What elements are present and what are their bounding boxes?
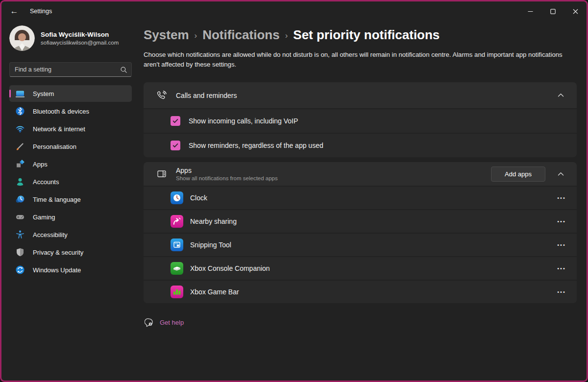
- settings-window: ← Settings: [0, 0, 588, 382]
- breadcrumb-separator: ›: [285, 29, 288, 41]
- clock-more-options-button[interactable]: •••: [553, 191, 570, 205]
- close-icon: [573, 9, 578, 14]
- search-box[interactable]: [9, 62, 132, 77]
- sidebar: Sofia Wyciślik-Wilson sofiawycislikwilso…: [1, 21, 139, 381]
- sidebar-item-bluetooth-devices[interactable]: Bluetooth & devices: [9, 103, 132, 119]
- window-title: Settings: [30, 8, 52, 15]
- snipping-tool-app-icon: [171, 239, 183, 251]
- maximize-icon: [550, 9, 556, 14]
- account-profile[interactable]: Sofia Wyciślik-Wilson sofiawycislikwilso…: [9, 25, 132, 51]
- apps-subtitle: Show all notifications from selected app…: [176, 175, 278, 181]
- apps-card: Apps Show all notifications from selecte…: [144, 162, 577, 303]
- sidebar-item-label: Privacy & security: [33, 249, 83, 256]
- sidebar-item-apps[interactable]: Apps: [9, 156, 132, 172]
- app-row-xbox-console-companion: Xbox Console Companion •••: [144, 257, 577, 280]
- nearby-sharing-more-options-button[interactable]: •••: [553, 215, 570, 228]
- sidebar-item-windows-update[interactable]: Windows Update: [9, 262, 132, 278]
- app-name: Snipping Tool: [190, 241, 231, 249]
- sidebar-item-label: Apps: [33, 161, 48, 168]
- reminders-row[interactable]: Show reminders, regardless of the app us…: [144, 134, 577, 157]
- window-controls: [519, 1, 587, 21]
- calls-reminders-card: Calls and reminders: [144, 82, 577, 157]
- person-icon: [15, 177, 25, 187]
- xbox-game-bar-app-icon: [171, 286, 183, 298]
- chevron-up-icon: [558, 172, 564, 176]
- reminders-label: Show reminders, regardless of the app us…: [189, 142, 323, 149]
- update-icon: [15, 265, 25, 275]
- page-description: Choose which notifications are allowed w…: [144, 50, 577, 69]
- gamepad-icon: [15, 212, 25, 222]
- search-icon[interactable]: [120, 66, 127, 73]
- app-row-clock: Clock •••: [144, 187, 577, 209]
- incoming-calls-label: Show incoming calls, including VoIP: [189, 117, 298, 125]
- breadcrumb: System › Notifications › Set priority no…: [144, 27, 577, 43]
- sidebar-item-gaming[interactable]: Gaming: [9, 209, 132, 225]
- minimize-button[interactable]: [519, 1, 541, 21]
- xbox-console-more-options-button[interactable]: •••: [553, 262, 570, 275]
- breadcrumb-notifications[interactable]: Notifications: [202, 27, 279, 43]
- minimize-icon: [528, 9, 533, 14]
- app-row-snipping-tool: Snipping Tool •••: [144, 234, 577, 256]
- sidebar-item-label: Gaming: [33, 214, 55, 221]
- app-name: Xbox Game Bar: [190, 288, 239, 296]
- help-bubble-icon: ?: [145, 318, 154, 327]
- checkmark-icon: [172, 119, 178, 123]
- back-button[interactable]: ←: [4, 3, 24, 20]
- sidebar-item-label: System: [33, 90, 54, 97]
- phone-ringing-icon: [156, 90, 167, 101]
- back-arrow-icon: ←: [10, 6, 19, 16]
- add-apps-button[interactable]: Add apps: [491, 167, 545, 182]
- sidebar-item-system[interactable]: System: [9, 85, 132, 102]
- sidebar-item-label: Network & internet: [33, 125, 85, 133]
- sidebar-item-accounts[interactable]: Accounts: [9, 173, 132, 190]
- sidebar-item-accessibility[interactable]: Accessibility: [9, 226, 132, 243]
- maximize-button[interactable]: [541, 1, 564, 21]
- sidebar-item-time-language[interactable]: Time & language: [9, 191, 132, 208]
- get-help-row: ? Get help: [145, 318, 577, 327]
- apps-collapse-button[interactable]: [553, 167, 568, 181]
- apps-title: Apps: [176, 167, 278, 174]
- search-input[interactable]: [15, 66, 120, 73]
- sidebar-item-label: Windows Update: [33, 266, 81, 274]
- profile-name: Sofia Wyciślik-Wilson: [41, 31, 119, 38]
- snipping-tool-more-options-button[interactable]: •••: [553, 238, 570, 252]
- breadcrumb-separator: ›: [195, 29, 197, 41]
- get-help-link[interactable]: Get help: [160, 319, 184, 326]
- app-name: Xbox Console Companion: [190, 264, 270, 272]
- app-name: Nearby sharing: [190, 217, 237, 225]
- sidebar-item-label: Time & language: [33, 196, 81, 203]
- sidebar-item-network-internet[interactable]: Network & internet: [9, 120, 132, 137]
- close-button[interactable]: [564, 1, 587, 21]
- calls-collapse-button[interactable]: [553, 88, 568, 103]
- nearby-sharing-app-icon: [171, 215, 183, 228]
- app-name: Clock: [190, 194, 207, 202]
- paintbrush-icon: [15, 142, 25, 151]
- profile-email: sofiawycislikwilson@gmail.com: [41, 40, 119, 46]
- checkmark-icon: [172, 143, 178, 148]
- app-row-xbox-game-bar: Xbox Game Bar •••: [144, 281, 577, 303]
- avatar: [9, 25, 35, 51]
- svg-text:?: ?: [149, 323, 151, 326]
- clock-app-icon: [171, 191, 183, 204]
- breadcrumb-system[interactable]: System: [144, 27, 189, 43]
- calls-reminders-title: Calls and reminders: [176, 92, 237, 99]
- accessibility-icon: [15, 230, 25, 239]
- sidebar-item-privacy-security[interactable]: Privacy & security: [9, 244, 132, 261]
- xbox-game-bar-more-options-button[interactable]: •••: [553, 285, 570, 299]
- page-title: Set priority notifications: [293, 27, 440, 43]
- apps-icon: [15, 159, 25, 169]
- wifi-icon: [15, 124, 25, 134]
- sidebar-item-personalisation[interactable]: Personalisation: [9, 138, 132, 155]
- clock-globe-icon: [15, 194, 25, 204]
- incoming-calls-checkbox[interactable]: [171, 116, 180, 126]
- xbox-console-app-icon: [171, 262, 183, 275]
- incoming-calls-row[interactable]: Show incoming calls, including VoIP: [144, 109, 577, 133]
- app-row-nearby-sharing: Nearby sharing •••: [144, 210, 577, 233]
- titlebar: ← Settings: [1, 1, 587, 21]
- apps-header[interactable]: Apps Show all notifications from selecte…: [144, 162, 577, 186]
- reminders-checkbox[interactable]: [171, 141, 180, 150]
- calls-reminders-header[interactable]: Calls and reminders: [144, 82, 577, 108]
- sidebar-item-label: Accounts: [33, 178, 59, 186]
- sidebar-item-label: Personalisation: [33, 143, 76, 150]
- app-window-icon: [156, 168, 167, 179]
